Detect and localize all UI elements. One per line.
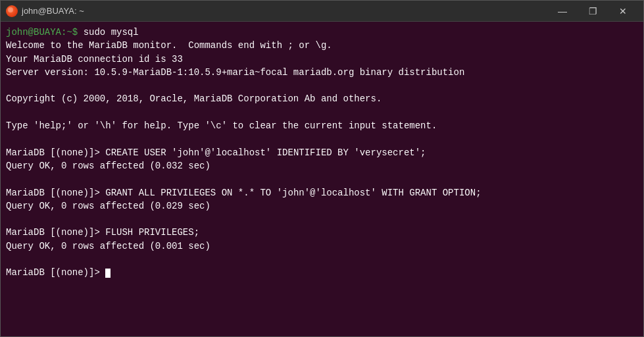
line-17: Query OK, 0 rows affected (0.001 sec)	[6, 240, 638, 253]
mariadb-cmd-1: CREATE USER 'john'@'localhost' IDENTIFIE…	[105, 147, 426, 158]
line-9	[6, 132, 638, 145]
line-16: MariaDB [(none)]> FLUSH PRIVILEGES;	[6, 226, 638, 239]
line-8: Type 'help;' or '\h' for help. Type '\c'…	[6, 119, 638, 132]
minimize-button[interactable]: —	[547, 1, 578, 22]
mariadb-prompt-3: MariaDB [(none)]>	[6, 227, 105, 238]
line-18	[6, 253, 638, 266]
titlebar: john@BUAYA: ~ — ❐ ✕	[1, 1, 643, 22]
line-19: MariaDB [(none)]>	[6, 266, 638, 279]
prompt-1: john@BUAYA:~$	[6, 27, 84, 38]
line-7	[6, 106, 638, 119]
maximize-button[interactable]: ❐	[578, 1, 608, 22]
cmd-1: sudo mysql	[84, 27, 139, 38]
line-1: john@BUAYA:~$ sudo mysql	[6, 26, 638, 39]
window-title: john@BUAYA: ~	[22, 6, 84, 16]
titlebar-left: john@BUAYA: ~	[6, 5, 547, 17]
line-6: Copyright (c) 2000, 2018, Oracle, MariaD…	[6, 92, 638, 105]
line-5	[6, 79, 638, 92]
line-15	[6, 213, 638, 226]
close-button[interactable]: ✕	[608, 1, 638, 22]
window-controls: — ❐ ✕	[547, 1, 638, 22]
line-14: Query OK, 0 rows affected (0.029 sec)	[6, 199, 638, 213]
terminal-cursor	[105, 269, 111, 278]
mariadb-cmd-3: FLUSH PRIVILEGES;	[105, 227, 199, 238]
line-11: Query OK, 0 rows affected (0.032 sec)	[6, 159, 638, 172]
line-3: Your MariaDB connection id is 33	[6, 53, 638, 66]
line-13: MariaDB [(none)]> GRANT ALL PRIVILEGES O…	[6, 186, 638, 199]
terminal-body[interactable]: john@BUAYA:~$ sudo mysql Welcome to the …	[1, 22, 643, 336]
line-4: Server version: 10.5.9-MariaDB-1:10.5.9+…	[6, 66, 638, 79]
mariadb-cmd-2: GRANT ALL PRIVILEGES ON *.* TO 'john'@'l…	[105, 188, 481, 198]
app-logo-icon	[6, 5, 18, 17]
mariadb-prompt-1: MariaDB [(none)]>	[6, 147, 105, 158]
line-10: MariaDB [(none)]> CREATE USER 'john'@'lo…	[6, 146, 638, 159]
line-2: Welcome to the MariaDB monitor. Commands…	[6, 39, 638, 52]
line-12	[6, 172, 638, 186]
mariadb-prompt-2: MariaDB [(none)]>	[6, 188, 105, 198]
terminal-window: john@BUAYA: ~ — ❐ ✕ john@BUAYA:~$ sudo m…	[0, 0, 644, 337]
mariadb-prompt-4: MariaDB [(none)]>	[6, 267, 105, 278]
